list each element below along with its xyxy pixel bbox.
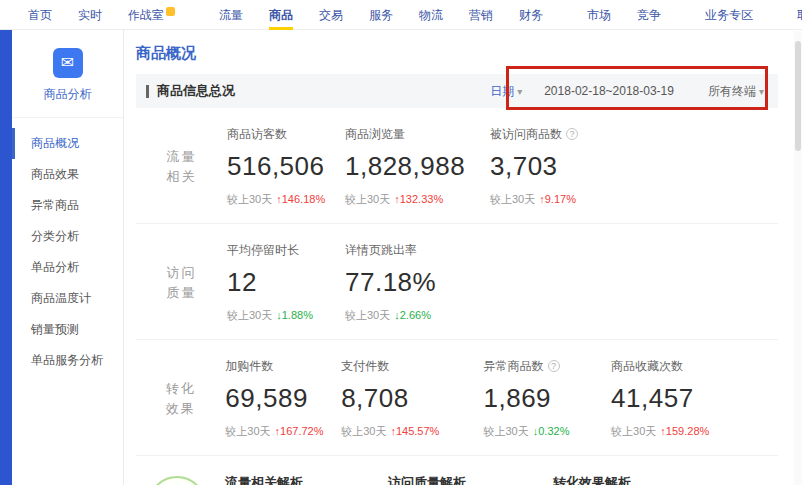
insight-visit-quality: 访问质量解析 平均停留时长低于同行同层平均，建议使用单品分析查看商品详情页优化情… xyxy=(388,474,540,485)
nav-item-products[interactable]: 商品 xyxy=(269,0,293,30)
sidebar-section: ✉ 商品分析 xyxy=(12,42,123,118)
metric-value: 516,506 xyxy=(227,151,345,182)
metric-group-label: 流量 相关 xyxy=(136,126,227,207)
metric-avg-stay-duration: 平均停留时长 12 较上30天↓1.88% xyxy=(227,242,345,323)
metric-visited-products: 被访问商品数? 3,703 较上30天↑9.17% xyxy=(490,126,620,207)
metric-product-visitors: 商品访客数 516,506 较上30天↑146.18% xyxy=(227,126,345,207)
main-content: 商品概况 商品信息总况 日期▾ 2018-02-18~2018-03-19 所有… xyxy=(124,30,802,485)
metric-value: 12 xyxy=(227,267,345,298)
metric-value: 1,828,988 xyxy=(345,151,490,182)
nav-item-warroom[interactable]: 作战室 xyxy=(128,0,175,30)
insight-traffic: 流量相关解析 虽然商品详情页日均跳出率比同行平均好，但平均停留时间低于同行平均，… xyxy=(225,474,375,485)
metric-group-traffic: 流量 相关 商品访客数 516,506 较上30天↑146.18% 商品浏览量 … xyxy=(136,108,778,224)
section-title: 商品信息总况 xyxy=(157,82,235,100)
nav-item-marketing[interactable]: 营销 xyxy=(469,0,493,30)
root: { "nav": { "items": ["首页","实时","作战室","流量… xyxy=(0,0,802,485)
help-icon[interactable]: ? xyxy=(548,360,560,372)
warroom-new-badge-icon xyxy=(166,7,175,16)
date-filter-dropdown[interactable]: 日期▾ xyxy=(490,83,522,100)
metric-group-conversion: 转化 效果 加购件数 69,589 较上30天↑167.72% 支付件数 8,7… xyxy=(136,340,778,456)
terminal-filter-dropdown[interactable]: 所有终端▾ xyxy=(708,83,764,100)
left-accent-bar xyxy=(0,30,12,485)
nav-item-competition[interactable]: 竞争 xyxy=(637,0,661,30)
sidebar-section-label: 商品分析 xyxy=(12,86,123,103)
sidebar-item-product-effect[interactable]: 商品效果 xyxy=(12,159,123,190)
chevron-down-icon: ▾ xyxy=(517,86,522,97)
nav-item-business-zone[interactable]: 业务专区 xyxy=(705,0,753,30)
metric-value: 1,869 xyxy=(484,383,612,414)
metric-group-visit-quality: 访问 质量 平均停留时长 12 较上30天↓1.88% 详情页跳出率 77.18… xyxy=(136,224,778,340)
nav-item-finance[interactable]: 财务 xyxy=(519,0,543,30)
nav-item-traffic[interactable]: 流量 xyxy=(219,0,243,30)
nav-item-home[interactable]: 首页 xyxy=(28,0,52,30)
metric-abnormal-products: 异常商品数? 1,869 较上30天↓0.32% xyxy=(484,358,612,439)
metric-value: 8,708 xyxy=(341,383,483,414)
terminal-filter-label: 所有终端 xyxy=(708,84,756,98)
sidebar: ✉ 商品分析 商品概况 商品效果 异常商品 分类分析 单品分析 商品温度计 销量… xyxy=(12,30,124,485)
insights-section: 7天 数据解读 流量相关解析 虽然商品详情页日均跳出率比同行平均好，但平均停留时… xyxy=(136,456,778,485)
metric-value: 77.18% xyxy=(345,267,490,298)
metric-cart-adds: 加购件数 69,589 较上30天↑167.72% xyxy=(225,358,341,439)
metric-favorites: 商品收藏次数 41,457 较上30天↑159.28% xyxy=(611,358,778,439)
scrollbar-track[interactable] xyxy=(794,31,802,485)
sidebar-item-category-analysis[interactable]: 分类分析 xyxy=(12,221,123,252)
metric-detail-bounce-rate: 详情页跳出率 77.18% 较上30天↓2.66% xyxy=(345,242,490,323)
page-title: 商品概况 xyxy=(136,44,778,62)
metric-value: 41,457 xyxy=(611,383,778,414)
metric-value: 3,703 xyxy=(490,151,620,182)
nav-item-service[interactable]: 服务 xyxy=(369,0,393,30)
section-header: 商品信息总况 日期▾ 2018-02-18~2018-03-19 所有终端▾ xyxy=(136,74,778,108)
sidebar-item-product-thermometer[interactable]: 商品温度计 xyxy=(12,283,123,314)
date-filter-label: 日期 xyxy=(490,84,514,98)
sidebar-item-single-product-analysis[interactable]: 单品分析 xyxy=(12,252,123,283)
sidebar-item-single-product-service[interactable]: 单品服务分析 xyxy=(12,345,123,376)
section-title-tick xyxy=(146,85,149,98)
sidebar-item-product-overview[interactable]: 商品概况 xyxy=(12,128,123,159)
help-icon[interactable]: ? xyxy=(566,128,578,140)
insight-conversion: 转化效果解析 加购转化率表现还不错，但支付转化率低于同行平均，赶快到营销商品使用… xyxy=(553,474,765,485)
metric-paid-items: 支付件数 8,708 较上30天↑145.57% xyxy=(341,358,483,439)
metric-value: 69,589 xyxy=(225,383,341,414)
mail-icon: ✉ xyxy=(53,48,83,78)
nav-item-market[interactable]: 市场 xyxy=(587,0,611,30)
nav-item-realtime[interactable]: 实时 xyxy=(78,0,102,30)
sidebar-menu: 商品概况 商品效果 异常商品 分类分析 单品分析 商品温度计 销量预测 单品服务… xyxy=(12,128,123,376)
sidebar-item-sales-forecast[interactable]: 销量预测 xyxy=(12,314,123,345)
nav-item-trade[interactable]: 交易 xyxy=(319,0,343,30)
metric-product-views: 商品浏览量 1,828,988 较上30天↑132.33% xyxy=(345,126,490,207)
chevron-down-icon: ▾ xyxy=(759,86,764,97)
data-insight-badge: 7天 数据解读 xyxy=(148,476,206,485)
top-nav: 首页 实时 作战室 流量 商品 交易 服务 物流 营销 财务 市场 竞争 业务专… xyxy=(0,0,802,30)
scrollbar-thumb[interactable] xyxy=(795,41,801,151)
date-range-picker[interactable]: 2018-02-18~2018-03-19 xyxy=(544,84,674,98)
nav-item-warroom-label: 作战室 xyxy=(128,8,164,22)
nav-item-logistics[interactable]: 物流 xyxy=(419,0,443,30)
nav-item-data-fetch[interactable]: 取数 xyxy=(797,0,802,30)
sidebar-item-abnormal-products[interactable]: 异常商品 xyxy=(12,190,123,221)
metric-group-label: 访问 质量 xyxy=(136,242,227,323)
metric-group-label: 转化 效果 xyxy=(136,358,225,439)
